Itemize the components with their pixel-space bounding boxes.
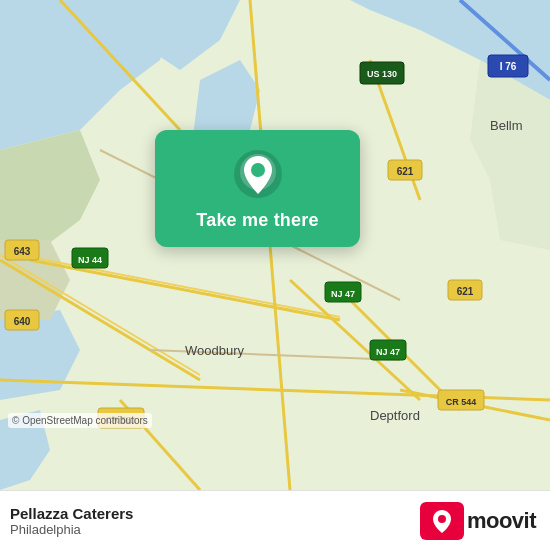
- svg-text:640: 640: [14, 316, 31, 327]
- svg-text:643: 643: [14, 246, 31, 257]
- place-info: Pellazza Caterers Philadelphia: [10, 505, 133, 537]
- moovit-pin-icon: [428, 507, 456, 535]
- moovit-text: moovit: [467, 508, 536, 534]
- svg-point-53: [251, 163, 265, 177]
- location-pin-icon: [232, 148, 284, 200]
- place-city: Philadelphia: [10, 522, 133, 537]
- moovit-logo[interactable]: moovit: [420, 502, 536, 540]
- svg-text:NJ 47: NJ 47: [376, 347, 400, 357]
- svg-text:621: 621: [397, 166, 414, 177]
- svg-text:Deptford: Deptford: [370, 408, 420, 423]
- osm-attribution: © OpenStreetMap contributors: [8, 413, 152, 428]
- bottom-bar: Pellazza Caterers Philadelphia moovit: [0, 490, 550, 550]
- svg-text:NJ 47: NJ 47: [331, 289, 355, 299]
- place-name: Pellazza Caterers: [10, 505, 133, 522]
- svg-text:621: 621: [457, 286, 474, 297]
- svg-point-54: [438, 515, 446, 523]
- moovit-logo-box: [420, 502, 464, 540]
- svg-text:NJ 44: NJ 44: [78, 255, 102, 265]
- svg-text:Woodbury: Woodbury: [185, 343, 245, 358]
- svg-text:Bellm: Bellm: [490, 118, 523, 133]
- svg-text:CR 544: CR 544: [446, 397, 477, 407]
- svg-text:I 76: I 76: [500, 61, 517, 72]
- svg-text:US 130: US 130: [367, 69, 397, 79]
- map-container[interactable]: 643 NJ 44 640 US 130 I 76 621 NJ 47 NJ 4…: [0, 0, 550, 490]
- take-me-there-button[interactable]: Take me there: [196, 210, 318, 231]
- action-card[interactable]: Take me there: [155, 130, 360, 247]
